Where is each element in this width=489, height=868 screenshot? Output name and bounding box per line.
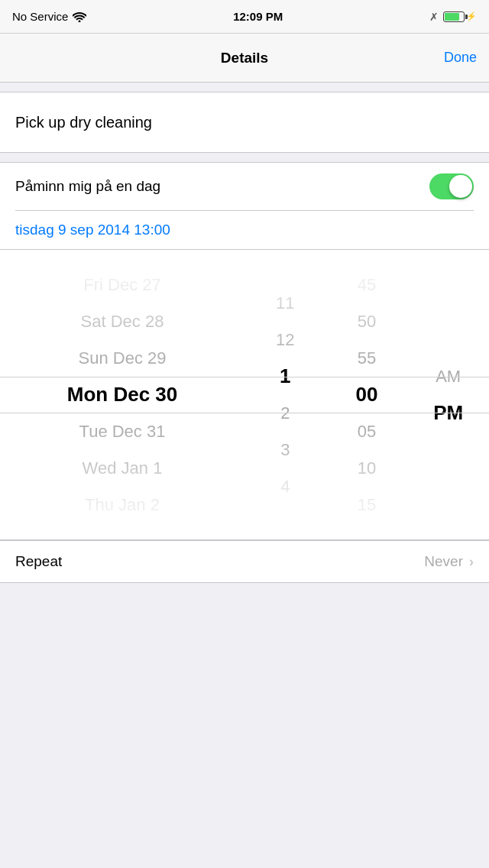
picker-hour-column[interactable]: 11 12 1 2 3 4 — [244, 250, 326, 539]
picker-minute-item: 10 — [326, 450, 408, 487]
repeat-section[interactable]: Repeat Never › — [0, 540, 489, 583]
picker-minute-item: 15 — [326, 487, 408, 523]
status-time: 12:09 PM — [233, 10, 283, 23]
done-button[interactable]: Done — [444, 50, 477, 66]
bluetooth-icon: ✗ — [429, 11, 439, 23]
toggle-row: Påminn mig på en dag — [15, 163, 474, 210]
task-section: Pick up dry cleaning — [0, 92, 489, 153]
chevron-right-icon: › — [469, 554, 474, 570]
picker-date-item: Sun Dec 29 — [0, 340, 244, 377]
date-picker[interactable]: Fri Dec 27 Sat Dec 28 Sun Dec 29 Mon Dec… — [0, 250, 489, 540]
nav-title: Details — [221, 50, 268, 66]
spacer-1 — [0, 83, 489, 92]
picker-ampm-item: AM — [407, 358, 489, 395]
toggle-section: Påminn mig på en dag tisdag 9 sep 2014 1… — [0, 162, 489, 250]
spacer-2 — [0, 153, 489, 162]
picker-date-item: Tue Dec 31 — [0, 413, 244, 450]
picker-wrapper: Fri Dec 27 Sat Dec 28 Sun Dec 29 Mon Dec… — [0, 250, 489, 539]
picker-ampm-item-selected: PM — [407, 395, 489, 432]
picker-ampm-column[interactable]: AM PM — [407, 250, 489, 539]
picker-minute-item: 05 — [326, 413, 408, 450]
picker-date-item: Sat Dec 28 — [0, 303, 244, 340]
reminder-toggle[interactable] — [429, 173, 474, 199]
picker-hour-item: 11 — [244, 285, 326, 322]
picker-minute-item: 55 — [326, 340, 408, 377]
picker-hour-item: 12 — [244, 322, 326, 358]
battery-container: ⚡ — [443, 11, 477, 22]
repeat-label: Repeat — [15, 553, 62, 570]
carrier-label: No Service — [12, 10, 68, 23]
picker-date-item: Thu Jan 2 — [0, 487, 244, 523]
picker-date-column[interactable]: Fri Dec 27 Sat Dec 28 Sun Dec 29 Mon Dec… — [0, 250, 244, 539]
picker-minute-column[interactable]: 45 50 55 00 05 10 15 — [326, 250, 408, 539]
battery-icon — [443, 11, 465, 22]
picker-date-item: Wed Jan 1 — [0, 450, 244, 487]
status-bar: No Service 12:09 PM ✗ ⚡ — [0, 0, 489, 34]
picker-hour-item: 2 — [244, 395, 326, 432]
wifi-icon — [73, 11, 86, 22]
bolt-icon: ⚡ — [466, 11, 477, 21]
status-right: ✗ ⚡ — [429, 11, 477, 23]
toggle-knob — [449, 175, 472, 198]
reminder-date: tisdag 9 sep 2014 13:00 — [15, 222, 170, 238]
date-row[interactable]: tisdag 9 sep 2014 13:00 — [15, 210, 474, 249]
picker-hour-item: 3 — [244, 432, 326, 468]
repeat-value-container: Never › — [424, 553, 474, 570]
picker-date-item: Fri Dec 27 — [0, 267, 244, 303]
bottom-spacer — [0, 583, 489, 614]
picker-minute-item: 50 — [326, 303, 408, 340]
nav-bar: Details Done — [0, 34, 489, 83]
repeat-value: Never — [424, 553, 463, 570]
picker-minute-item: 45 — [326, 267, 408, 303]
picker-hour-item: 4 — [244, 468, 326, 505]
repeat-row[interactable]: Repeat Never › — [0, 541, 489, 582]
picker-minute-item-selected: 00 — [326, 377, 408, 413]
picker-hour-item-selected: 1 — [244, 358, 326, 395]
picker-date-item-selected: Mon Dec 30 — [0, 377, 244, 413]
task-text: Pick up dry cleaning — [15, 114, 152, 131]
battery-fill — [445, 13, 459, 21]
status-left: No Service — [12, 10, 86, 23]
toggle-label: Påminn mig på en dag — [15, 178, 160, 195]
